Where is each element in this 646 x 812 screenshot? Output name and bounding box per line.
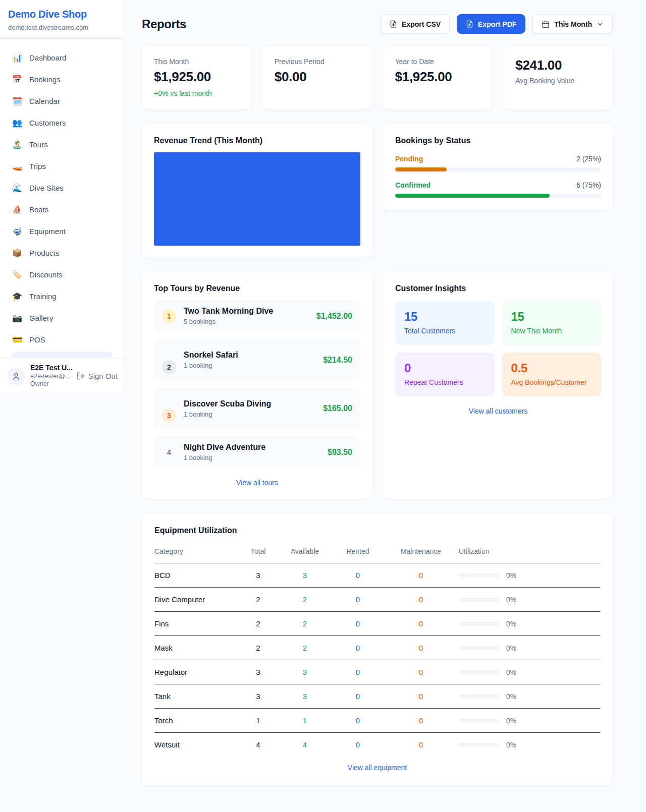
export-pdf-button[interactable]: Export PDF <box>457 14 525 34</box>
cell-rented: 0 <box>333 709 383 733</box>
revenue-trend-chart <box>154 152 360 246</box>
cell-total: 3 <box>239 684 277 709</box>
user-footer: E2E Test U... e2e-tester@... Owner Sign … <box>0 359 125 393</box>
sidebar-item-dashboard[interactable]: 📊Dashboard <box>6 47 119 69</box>
sidebar-item-training[interactable]: 🎓Training <box>6 285 119 307</box>
table-row: Regulator33000% <box>154 660 600 684</box>
sidebar-item-label: Tours <box>29 140 48 149</box>
stat-value: $241.00 <box>515 57 601 73</box>
rank-badge: 2 <box>162 360 176 374</box>
sidebar-item-label: Dashboard <box>29 53 66 62</box>
customer-insights-card: Customer Insights 15 Total Customers 15 … <box>383 272 613 499</box>
cell-utilization: 0% <box>459 733 600 753</box>
equipment-icon: 🤿 <box>12 227 22 236</box>
cell-maintenance: 0 <box>383 660 459 684</box>
sidebar-item-discounts[interactable]: 🏷️Discounts <box>6 264 119 285</box>
utilization-bar <box>459 573 499 577</box>
avatar <box>7 367 25 385</box>
sidebar-item-equipment[interactable]: 🤿Equipment <box>6 220 119 242</box>
utilization-percent: 0% <box>506 571 516 579</box>
sidebar-item-trips[interactable]: 🚤Trips <box>6 155 119 177</box>
stat-value: $0.00 <box>275 69 360 85</box>
period-select[interactable]: This Month <box>532 14 613 34</box>
tour-name: Snorkel Safari <box>184 351 238 360</box>
sidebar-item-dive-sites[interactable]: 🌊Dive Sites <box>6 177 119 199</box>
status-row-confirmed: Confirmed 6 (75%) <box>395 181 601 198</box>
sidebar-item-gallery[interactable]: 📷Gallery <box>6 307 119 329</box>
view-all-customers-link[interactable]: View all customers <box>469 407 527 415</box>
user-name: E2E Test U... <box>30 364 71 373</box>
user-info: E2E Test U... e2e-tester@... Owner <box>30 364 71 388</box>
cell-utilization: 0% <box>459 709 600 733</box>
calendar-icon: 🗓️ <box>12 97 22 105</box>
status-count: 2 (25%) <box>576 155 601 163</box>
sidebar-item-label: Trips <box>29 162 46 170</box>
shop-domain: demo.test.divestreams.com <box>8 24 117 31</box>
tour-bookings: 5 bookings <box>184 318 273 325</box>
utilization-percent: 0% <box>506 668 516 676</box>
cell-rented: 0 <box>333 733 383 753</box>
tour-row: 4 Night Dive Adventure 1 booking $93.50 <box>154 436 360 468</box>
sidebar-item-label: Bookings <box>29 75 61 84</box>
rank-badge: 4 <box>162 445 176 459</box>
tour-row: 3 Discover Scuba Diving 1 booking $165.0… <box>154 388 360 429</box>
user-role: Owner <box>30 380 71 388</box>
bookings-by-status-card: Bookings by Status Pending 2 (25%) Confi… <box>383 124 613 210</box>
cell-rented: 0 <box>333 588 383 612</box>
discounts-icon: 🏷️ <box>12 271 22 279</box>
gallery-icon: 📷 <box>12 314 22 322</box>
utilization-bar <box>459 670 499 674</box>
utilization-bar <box>459 694 499 699</box>
stat-label: Avg Booking Value <box>515 77 601 85</box>
cell-category: Wetsuit <box>154 733 239 753</box>
sidebar-item-reports-partial[interactable] <box>12 352 113 358</box>
tile-label: New This Month <box>511 327 593 335</box>
cell-utilization: 0% <box>459 612 600 636</box>
tile-total-customers: 15 Total Customers <box>395 301 495 345</box>
tour-revenue: $93.50 <box>328 448 352 457</box>
sidebar-item-label: POS <box>29 335 45 344</box>
cell-category: Dive Computer <box>154 588 239 612</box>
cell-available: 2 <box>277 588 333 612</box>
sidebar-item-customers[interactable]: 👥Customers <box>6 112 119 134</box>
utilization-bar <box>459 719 499 723</box>
pos-icon: 💳 <box>12 336 22 344</box>
tile-value: 15 <box>404 310 486 324</box>
cell-category: Tank <box>154 684 239 709</box>
cell-maintenance: 0 <box>383 684 459 709</box>
utilization-percent: 0% <box>506 717 516 725</box>
tour-revenue: $214.50 <box>323 356 352 365</box>
stat-cards: This Month $1,925.00 +0% vs last month P… <box>142 46 613 109</box>
cell-rented: 0 <box>333 684 383 709</box>
view-all-equipment-link[interactable]: View all equipment <box>348 764 407 772</box>
file-download-icon <box>390 20 397 28</box>
export-csv-button[interactable]: Export CSV <box>381 14 450 34</box>
cell-rented: 0 <box>333 636 383 660</box>
table-row: BCD33000% <box>154 563 600 588</box>
table-row: Torch11000% <box>154 709 600 733</box>
sidebar-item-calendar[interactable]: 🗓️Calendar <box>6 90 119 112</box>
cell-maintenance: 0 <box>383 612 459 636</box>
sidebar-item-boats[interactable]: ⛵Boats <box>6 199 119 220</box>
view-all-tours-link[interactable]: View all tours <box>236 479 278 487</box>
sidebar-item-products[interactable]: 📦Products <box>6 242 119 264</box>
sign-out-button[interactable]: Sign Out <box>76 372 118 380</box>
sidebar-item-bookings[interactable]: 📅Bookings <box>6 69 119 90</box>
sidebar-item-label: Gallery <box>29 314 53 322</box>
page-header: Reports Export CSV Export PDF This Month <box>142 14 613 34</box>
status-label: Pending <box>395 155 423 163</box>
tour-row: 1 Two Tank Morning Dive 5 bookings $1,45… <box>154 300 360 332</box>
sidebar-item-tours[interactable]: 🏝️Tours <box>6 134 119 155</box>
equipment-utilization-card: Equipment Utilization Category Total Ava… <box>142 514 613 785</box>
cell-utilization: 0% <box>459 563 600 588</box>
utilization-bar <box>459 646 499 650</box>
sidebar-item-label: Boats <box>29 205 48 214</box>
sidebar-item-pos[interactable]: 💳POS <box>6 329 119 351</box>
tour-bookings: 1 booking <box>184 454 265 461</box>
export-pdf-label: Export PDF <box>478 20 516 28</box>
table-row: Tank33000% <box>154 684 600 709</box>
col-category: Category <box>154 543 239 563</box>
status-count: 6 (75%) <box>576 181 601 189</box>
sidebar: Demo Dive Shop demo.test.divestreams.com… <box>0 0 125 393</box>
tile-repeat-customers: 0 Repeat Customers <box>395 353 495 396</box>
